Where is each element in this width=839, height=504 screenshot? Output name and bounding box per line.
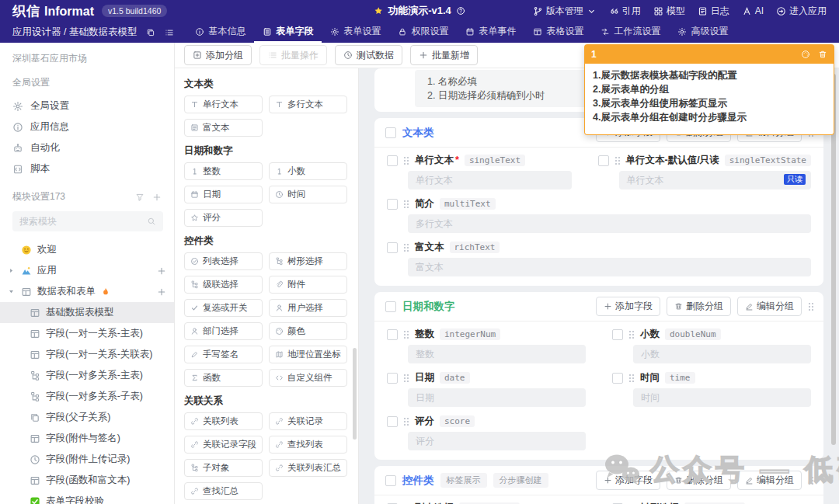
drag-handle-icon[interactable] bbox=[403, 417, 409, 426]
palette-item-relation-record[interactable]: 关联记录 bbox=[269, 412, 347, 430]
palette-item-integer[interactable]: 整数 bbox=[184, 162, 263, 180]
drag-handle-icon[interactable] bbox=[403, 243, 409, 252]
field-checkbox[interactable] bbox=[387, 199, 398, 210]
tree-item-apps[interactable]: 应用 bbox=[0, 260, 174, 281]
topbar-menu-enter-app[interactable]: 进入应用 bbox=[776, 5, 827, 18]
notes-icon[interactable] bbox=[146, 28, 155, 37]
batch-operation-button[interactable]: 批量操作 bbox=[259, 45, 327, 65]
sidebar-item-global-settings[interactable]: 全局设置 bbox=[0, 96, 174, 116]
trash-icon[interactable] bbox=[818, 50, 827, 59]
palette-item-relation-list-summary[interactable]: 关联列表汇总 bbox=[269, 459, 347, 477]
edit-group-button[interactable]: 编辑分组 bbox=[737, 297, 802, 316]
palette-item-geo-location[interactable]: 地理位置坐标 bbox=[269, 346, 347, 363]
field-checkbox[interactable] bbox=[387, 155, 398, 166]
sidebar-item-script[interactable]: 脚本 bbox=[0, 158, 174, 179]
drag-handle-icon[interactable] bbox=[403, 156, 409, 165]
drag-handle-icon[interactable] bbox=[403, 330, 409, 339]
tree-item-field-one2one-related[interactable]: 字段(一对一关系-关联表) bbox=[0, 344, 174, 365]
tab-form-settings[interactable]: 表单设置 bbox=[322, 22, 389, 43]
palette-item-relation-record-field[interactable]: 关联记录字段 bbox=[184, 436, 263, 454]
tree-item-field-one2many-sub[interactable]: 字段(一对多关系-子表) bbox=[0, 386, 174, 407]
drag-handle-icon[interactable] bbox=[403, 200, 409, 208]
tree-item-field-attachment-upload-log[interactable]: 字段(附件上传记录) bbox=[0, 449, 174, 470]
tree-item-field-parent-child[interactable]: 字段(父子关系) bbox=[0, 407, 174, 428]
palette-scrollbar[interactable] bbox=[353, 348, 357, 440]
drag-handle-icon[interactable] bbox=[403, 374, 409, 382]
palette-item-custom-component[interactable]: 自定义组件 bbox=[269, 369, 347, 387]
tab-workflow-settings[interactable]: 工作流设置 bbox=[592, 22, 669, 43]
palette-item-list-select[interactable]: 列表选择 bbox=[184, 252, 263, 270]
tree-item-form-field-validation[interactable]: 表单字段校验 bbox=[0, 491, 174, 504]
palette-item-signature[interactable]: 手写签名 bbox=[184, 346, 263, 363]
field-input[interactable]: 日期 bbox=[408, 388, 586, 407]
palette-item-user-select[interactable]: 用户选择 bbox=[269, 299, 347, 317]
module-search-input[interactable] bbox=[12, 211, 163, 231]
caret-down-icon[interactable] bbox=[8, 288, 16, 295]
tab-advanced-settings[interactable]: 高级设置 bbox=[669, 22, 736, 43]
palette-item-department-select[interactable]: 部门选择 bbox=[184, 322, 263, 340]
field-checkbox[interactable] bbox=[612, 373, 623, 384]
search-input[interactable] bbox=[19, 216, 147, 227]
tab-permission-settings[interactable]: 权限设置 bbox=[389, 22, 457, 43]
palette-item-multi-line-text[interactable]: 多行文本 bbox=[269, 96, 347, 113]
add-group-button[interactable]: 添加分组 bbox=[184, 45, 252, 65]
palette-item-checkbox-switch[interactable]: 复选或开关 bbox=[184, 299, 263, 317]
palette-item-rating[interactable]: 评分 bbox=[184, 209, 263, 227]
topbar-menu-logs[interactable]: 日志 bbox=[698, 5, 729, 18]
field-checkbox[interactable] bbox=[387, 373, 398, 384]
palette-item-relation-list[interactable]: 关联列表 bbox=[184, 412, 263, 430]
field-checkbox[interactable] bbox=[387, 329, 398, 340]
field-input[interactable]: 时间 bbox=[633, 388, 811, 407]
tab-form-events[interactable]: 表单事件 bbox=[457, 22, 524, 43]
palette-item-lookup-list[interactable]: 查找列表 bbox=[269, 436, 347, 454]
sidebar-item-automation[interactable]: 自动化 bbox=[0, 137, 174, 158]
field-checkbox[interactable] bbox=[612, 329, 623, 340]
palette-item-lookup-summary[interactable]: 查找汇总 bbox=[184, 482, 263, 500]
drag-handle-icon[interactable] bbox=[628, 330, 635, 339]
tree-item-tables-and-forms[interactable]: 数据表和表单 bbox=[0, 281, 174, 302]
palette-item-single-line-text[interactable]: 单行文本 bbox=[184, 96, 263, 113]
field-checkbox[interactable] bbox=[598, 155, 609, 166]
outline-icon[interactable] bbox=[165, 28, 174, 37]
field-input[interactable]: 小数 bbox=[633, 345, 811, 363]
palette-item-tree-select[interactable]: 树形选择 bbox=[269, 252, 347, 270]
field-input[interactable]: 整数 bbox=[408, 345, 586, 363]
tab-form-fields[interactable]: 表单字段 bbox=[254, 22, 322, 43]
palette-item-color[interactable]: 颜色 bbox=[269, 322, 347, 340]
caret-right-icon[interactable] bbox=[8, 267, 16, 274]
tree-item-welcome[interactable]: 欢迎 bbox=[0, 239, 174, 260]
plus-icon[interactable] bbox=[157, 266, 166, 276]
filter-icon[interactable] bbox=[135, 193, 144, 202]
field-input[interactable]: 多行文本 bbox=[408, 214, 811, 233]
tree-item-field-one2one-main[interactable]: 字段(一对一关系-主表) bbox=[0, 323, 174, 344]
delete-group-button[interactable]: 删除分组 bbox=[667, 297, 731, 316]
drag-handle-icon[interactable] bbox=[808, 302, 814, 311]
field-checkbox[interactable] bbox=[387, 242, 398, 253]
field-input[interactable]: 单行文本只读 bbox=[619, 171, 811, 189]
palette-item-cascade-select[interactable]: 级联选择 bbox=[184, 276, 263, 294]
plus-icon[interactable] bbox=[157, 287, 166, 297]
plus-icon[interactable] bbox=[152, 193, 162, 202]
theme-icon[interactable] bbox=[801, 50, 810, 59]
field-input[interactable]: 评分 bbox=[408, 432, 586, 450]
field-input[interactable]: 富文本 bbox=[408, 258, 811, 276]
batch-add-button[interactable]: 批量新增 bbox=[410, 45, 478, 65]
tree-item-base-table-model[interactable]: 基础数据表模型 bbox=[0, 302, 174, 323]
palette-item-decimal[interactable]: 小数 bbox=[269, 162, 347, 180]
drag-handle-icon[interactable] bbox=[614, 156, 621, 165]
field-input[interactable]: 单行文本 bbox=[408, 171, 572, 189]
tree-item-field-function-richtext[interactable]: 字段(函数和富文本) bbox=[0, 470, 174, 491]
help-icon[interactable] bbox=[456, 6, 465, 16]
palette-item-function[interactable]: 函数 bbox=[184, 369, 263, 387]
test-data-button[interactable]: 测试数据 bbox=[335, 45, 402, 65]
drag-handle-icon[interactable] bbox=[628, 374, 635, 382]
tree-item-field-one2many-main[interactable]: 字段(一对多关系-主表) bbox=[0, 365, 174, 386]
topbar-menu-reference[interactable]: 引用 bbox=[609, 5, 641, 18]
palette-item-attachment[interactable]: 附件 bbox=[269, 276, 347, 294]
section-checkbox[interactable] bbox=[385, 301, 396, 312]
tree-item-field-attachment-signature[interactable]: 字段(附件与签名) bbox=[0, 428, 174, 449]
palette-item-rich-text[interactable]: 富文本 bbox=[184, 119, 263, 137]
topbar-menu-version-management[interactable]: 版本管理 bbox=[533, 5, 597, 18]
app-logo[interactable]: 织信 Informat bbox=[12, 2, 94, 20]
palette-item-date[interactable]: 日期 bbox=[184, 186, 263, 203]
